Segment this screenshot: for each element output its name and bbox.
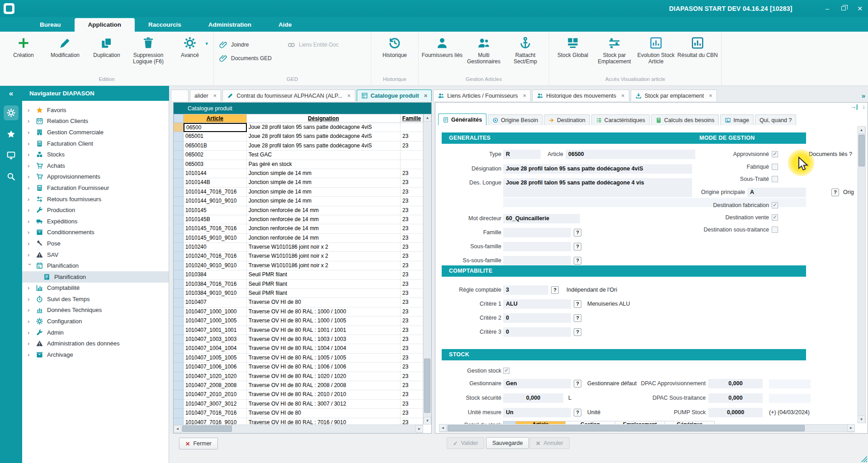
cell-famille[interactable]: 23 bbox=[401, 197, 423, 206]
header-designation[interactable]: Désignation bbox=[247, 114, 401, 123]
table-row[interactable]: 1010407_2008_2008Traverse OV HI de 80 RA… bbox=[174, 381, 423, 390]
cell-designation[interactable]: Seuil PMR filant bbox=[247, 280, 401, 289]
row-selector[interactable] bbox=[174, 409, 184, 418]
cell-designation[interactable]: Jonction renforcée de 14 mm bbox=[247, 215, 401, 224]
row-selector[interactable] bbox=[174, 289, 184, 298]
gestionnaire-field[interactable]: Gen bbox=[503, 379, 571, 388]
expander-icon[interactable]: › bbox=[28, 140, 32, 147]
resize-grip[interactable] bbox=[860, 455, 867, 462]
tab-alider[interactable]: alider× bbox=[190, 90, 221, 101]
sidebar-item-planification[interactable]: Planification bbox=[22, 271, 169, 283]
cell-designation[interactable]: Traverse OV HI de 80 RAL : 1000 / 1000 bbox=[247, 307, 401, 317]
row-selector[interactable] bbox=[174, 363, 184, 372]
row-selector[interactable] bbox=[174, 197, 184, 206]
cell-designation[interactable]: Traverse W1010186 joint noir x 2 bbox=[247, 252, 401, 261]
cell-article[interactable]: 1010144B bbox=[184, 178, 247, 187]
origine-principale-field[interactable]: A bbox=[747, 188, 806, 197]
header-selector[interactable] bbox=[174, 114, 184, 123]
row-selector[interactable] bbox=[174, 418, 184, 425]
cell-article[interactable]: 1010407_1005_1005 bbox=[184, 354, 247, 363]
cell-famille[interactable] bbox=[401, 151, 423, 160]
sidebar-item-administration-des-donnees[interactable]: ›Administration des données bbox=[22, 338, 169, 349]
cell-article[interactable]: 1010407_7016_9010 bbox=[184, 418, 247, 425]
cell-designation[interactable]: Traverse OV HI de 80 RAL : 1000 / 1005 bbox=[247, 317, 401, 326]
tab-list-icon[interactable]: ↓ bbox=[863, 103, 866, 110]
regle-comptable-field[interactable]: 3 bbox=[503, 285, 548, 295]
cell-designation[interactable]: Traverse OV HI de 80 RAL : 1001 / 1001 bbox=[247, 326, 401, 335]
expander-icon[interactable]: › bbox=[28, 129, 32, 136]
cell-famille[interactable]: 23 bbox=[401, 142, 423, 151]
cell-designation[interactable]: Joue 28 profil talon 95 sans patte dodéc… bbox=[247, 123, 401, 132]
scroll-up-icon[interactable]: ▲ bbox=[424, 114, 431, 122]
cell-designation[interactable]: Jonction simple de 14 mm bbox=[247, 178, 401, 187]
cell-article[interactable]: 06500 bbox=[184, 123, 247, 132]
cell-designation[interactable]: Joue 28 profil talon 95 sans patte dodéc… bbox=[247, 142, 401, 151]
row-selector[interactable] bbox=[174, 270, 184, 279]
table-row[interactable]: 1010384_9010_9010Seuil PMR filant23 bbox=[174, 289, 423, 298]
table-row[interactable]: 1010407_1000_1000Traverse OV HI de 80 RA… bbox=[174, 307, 423, 317]
tab-liens-articles-fournisseurs[interactable]: Liens Articles / Fournisseurs× bbox=[433, 90, 531, 101]
expander-icon[interactable]: › bbox=[28, 107, 32, 113]
row-selector[interactable] bbox=[174, 178, 184, 187]
sidebar-item-conditionnements[interactable]: ›Conditionnements bbox=[22, 227, 169, 238]
cell-article[interactable]: 1010240_9010_9010 bbox=[184, 261, 247, 270]
scroll-thumb[interactable] bbox=[448, 425, 805, 431]
scroll-up-icon[interactable]: ▲ bbox=[858, 126, 865, 134]
table-row[interactable]: 065003Pas géré en stock bbox=[174, 160, 423, 169]
cell-famille[interactable]: 23 bbox=[401, 317, 423, 326]
header-article[interactable]: Article bbox=[184, 114, 247, 123]
detail-tab-image[interactable]: Image bbox=[720, 114, 754, 125]
row-selector[interactable] bbox=[174, 317, 184, 326]
sidebar-item-configuration[interactable]: ›Configuration bbox=[22, 316, 169, 327]
designation-field[interactable]: Joue 28 profil talon 95 sans patte dodéc… bbox=[503, 164, 692, 174]
cell-article[interactable]: 065002 bbox=[184, 151, 247, 160]
joindre-button[interactable]: Joindre bbox=[217, 41, 284, 49]
sous-famille-field[interactable] bbox=[503, 242, 571, 251]
sauvegarde-button[interactable]: Sauvegarde bbox=[486, 437, 529, 449]
expander-icon[interactable]: › bbox=[28, 318, 32, 325]
row-selector[interactable] bbox=[174, 224, 184, 233]
table-row[interactable]: 1010407_7016_7016Traverse OV HI de 8023 bbox=[174, 409, 423, 418]
scroll-thumb[interactable] bbox=[182, 425, 232, 432]
cell-article[interactable]: 1010145_9010_9010 bbox=[184, 234, 247, 243]
detail-tab-generalites[interactable]: Généralités bbox=[438, 113, 486, 125]
scroll-thumb[interactable] bbox=[859, 135, 865, 166]
fabrique-checkbox[interactable] bbox=[772, 164, 778, 170]
historique-button[interactable]: Historique bbox=[374, 34, 415, 58]
expander-icon[interactable]: › bbox=[28, 307, 32, 313]
row-selector[interactable] bbox=[174, 344, 184, 353]
table-row[interactable]: 1010145_7016_7016Jonction renforcée de 1… bbox=[174, 224, 423, 233]
close-tab-icon[interactable]: × bbox=[347, 92, 351, 99]
cell-article[interactable]: 1010407 bbox=[184, 298, 247, 307]
row-selector[interactable] bbox=[174, 335, 184, 344]
sidebar-item-relation-clients[interactable]: ›Relation Clients bbox=[22, 116, 169, 127]
cell-famille[interactable]: 23 bbox=[401, 224, 423, 233]
sidebar-item-archivage[interactable]: ›Archivage bbox=[22, 349, 169, 360]
duplication-button[interactable]: Duplication bbox=[86, 34, 127, 58]
sidebar-item-facturation-fournisseur[interactable]: ›Facturation Fournisseur bbox=[22, 182, 169, 194]
row-selector[interactable] bbox=[174, 151, 184, 160]
sidebar-item-pose[interactable]: ›Pose bbox=[22, 238, 169, 249]
critere3-lookup-button[interactable]: ? bbox=[574, 328, 581, 336]
cell-article[interactable]: 1010407_1006_1006 bbox=[184, 363, 247, 372]
detail-vertical-scrollbar[interactable]: ▲ ▼ bbox=[858, 126, 866, 423]
sidebar-item-gestion-commerciale[interactable]: ›Gestion Commerciale bbox=[22, 127, 169, 138]
pump-stock-field[interactable]: 0,0000 bbox=[708, 408, 763, 417]
cell-designation[interactable]: Traverse OV HI de 80 RAL : 2010 / 2010 bbox=[247, 390, 401, 399]
tab-contrat-du-fournisseur-alphacan-alp[interactable]: Contrat du fournisseur ALPHACAN (ALP...× bbox=[222, 90, 355, 101]
detail-tab-destination[interactable]: Destination bbox=[544, 114, 590, 125]
cell-designation[interactable]: Seuil PMR filant bbox=[247, 270, 401, 279]
menu-item-raccourcis[interactable]: Raccourcis bbox=[135, 18, 195, 32]
row-selector[interactable] bbox=[174, 354, 184, 363]
row-selector[interactable] bbox=[174, 372, 184, 381]
cell-article[interactable]: 1010145_7016_7016 bbox=[184, 224, 247, 233]
detail-horizontal-scrollbar[interactable]: ◄ ► bbox=[439, 424, 855, 432]
evolution-stock-article-button[interactable]: Evolution Stock Article bbox=[635, 34, 677, 65]
table-row[interactable]: 1010145_9010_9010Jonction renforcée de 1… bbox=[174, 234, 423, 243]
tab-scroll-end-icon[interactable]: →| bbox=[850, 103, 858, 110]
sidebar-item-donnees-techniques[interactable]: ›Données Techniques bbox=[22, 305, 169, 316]
table-row[interactable]: 1010144Jonction simple de 14 mm23 bbox=[174, 169, 423, 178]
cell-famille[interactable]: 23 bbox=[401, 335, 423, 344]
close-button[interactable]: ✕ bbox=[852, 0, 868, 17]
menu-item-aide[interactable]: Aide bbox=[265, 18, 305, 32]
